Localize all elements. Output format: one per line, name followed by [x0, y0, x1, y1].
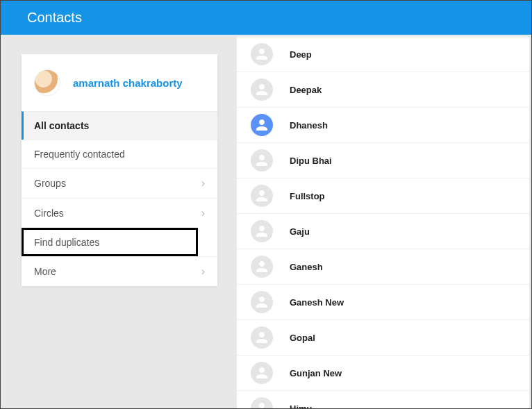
sidebar-item-more[interactable]: More› — [22, 256, 217, 286]
contact-avatar-icon — [251, 397, 273, 409]
left-column: amarnath chakraborty All contactsFrequen… — [1, 35, 237, 409]
contact-row[interactable]: Dhanesh — [237, 108, 529, 143]
contact-name: Ganesh New — [290, 297, 344, 308]
contact-avatar-icon — [251, 149, 273, 172]
profile-name: amarnath chakraborty — [73, 77, 183, 89]
contact-name: Himu — [290, 403, 313, 410]
contact-avatar-icon — [251, 362, 273, 384]
contact-avatar-icon — [251, 291, 273, 313]
sidebar-item-circles[interactable]: Circles› — [22, 198, 217, 228]
contact-name: Dhanesh — [290, 120, 328, 131]
contact-avatar-icon — [251, 220, 273, 242]
sidebar-item-label: Groups — [34, 178, 66, 189]
sidebar: amarnath chakraborty All contactsFrequen… — [22, 54, 217, 286]
contact-row[interactable]: Dipu Bhai — [237, 143, 529, 178]
app-header: Contacts — [1, 1, 531, 35]
contact-avatar-icon — [251, 78, 273, 101]
contact-row[interactable]: Fullstop — [237, 178, 529, 214]
sidebar-item-all-contacts[interactable]: All contacts — [22, 111, 217, 140]
sidebar-item-find-duplicates[interactable]: Find duplicates — [22, 228, 198, 256]
contact-name: Gopal — [290, 333, 315, 343]
sidebar-item-label: More — [34, 266, 56, 277]
contact-name: Ganesh — [290, 262, 323, 272]
chevron-right-icon: › — [201, 265, 205, 278]
contact-row[interactable]: Gopal — [237, 320, 529, 356]
contacts-list: DeepDeepakDhaneshDipu BhaiFullstopGajuGa… — [237, 37, 529, 409]
contact-name: Deepak — [290, 85, 322, 95]
profile-avatar — [34, 69, 60, 96]
contact-avatar-icon — [251, 326, 273, 349]
content-area: amarnath chakraborty All contactsFrequen… — [1, 35, 531, 409]
contact-row[interactable]: Ganesh New — [237, 285, 529, 320]
contact-row[interactable]: Gaju — [237, 214, 529, 249]
contact-avatar-icon — [251, 43, 273, 65]
contact-avatar-icon — [251, 185, 273, 207]
contact-name: Dipu Bhai — [290, 156, 332, 166]
contact-row[interactable]: Himu — [237, 391, 529, 409]
contact-name: Fullstop — [290, 191, 325, 201]
sidebar-item-label: Frequently contacted — [34, 149, 125, 160]
profile-section[interactable]: amarnath chakraborty — [22, 54, 217, 111]
sidebar-item-label: All contacts — [34, 120, 89, 131]
contact-name: Gaju — [290, 226, 310, 237]
sidebar-item-frequently-contacted[interactable]: Frequently contacted — [22, 140, 217, 168]
sidebar-item-groups[interactable]: Groups› — [22, 168, 217, 198]
contact-avatar-icon — [251, 114, 273, 136]
app-title: Contacts — [27, 10, 82, 25]
sidebar-item-label: Circles — [34, 208, 64, 219]
chevron-right-icon: › — [201, 177, 205, 190]
contact-row[interactable]: Gunjan New — [237, 356, 529, 391]
contact-name: Deep — [290, 49, 312, 60]
contact-row[interactable]: Deepak — [237, 72, 529, 108]
sidebar-item-label: Find duplicates — [34, 237, 99, 248]
contact-name: Gunjan New — [290, 368, 342, 378]
contact-avatar-icon — [251, 256, 273, 278]
contact-row[interactable]: Deep — [237, 37, 529, 72]
contact-row[interactable]: Ganesh — [237, 249, 529, 285]
chevron-right-icon: › — [201, 207, 205, 219]
